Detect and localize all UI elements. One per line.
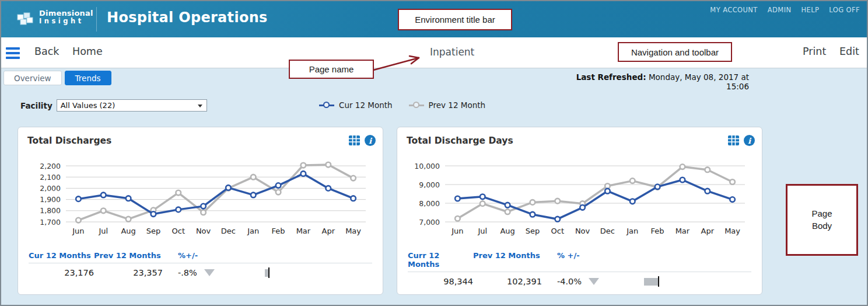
logo-cubes-icon [16, 8, 35, 26]
tab-trends[interactable]: Trends [65, 71, 111, 85]
facility-select[interactable]: All Values (22) [57, 99, 207, 112]
svg-text:Mar: Mar [676, 227, 690, 235]
trend-down-icon [589, 278, 599, 285]
annotation-navigation-toolbar: Navigation and toolbar [618, 42, 732, 62]
account-links: MY ACCOUNT ADMIN HELP LOG OFF [710, 6, 860, 14]
last-refreshed-label: Last Refreshed: [576, 72, 646, 82]
legend-item-cur[interactable]: Cur 12 Month [319, 100, 393, 110]
dimensional-insight-logo: Dimensional Insight [16, 8, 93, 26]
app-title: Hospital Operations [107, 9, 268, 26]
summary-cur-value: 23,176 [29, 268, 94, 277]
legend-item-prev[interactable]: Prev 12 Month [409, 100, 486, 110]
svg-text:Feb: Feb [272, 227, 285, 235]
summary-header-prev: Prev 12 Months [473, 251, 548, 269]
svg-text:7,000: 7,000 [419, 218, 440, 227]
svg-text:Dec: Dec [221, 227, 236, 235]
card-total-discharges: Total Discharges i 1,7001,8001,9002,0002… [18, 127, 383, 295]
table-icon[interactable] [728, 135, 739, 145]
chart-legend: Cur 12 Month Prev 12 Month [319, 100, 485, 110]
my-account-link[interactable]: MY ACCOUNT [710, 6, 757, 14]
svg-text:2,200: 2,200 [40, 162, 61, 171]
svg-text:Aug: Aug [500, 227, 514, 235]
facility-select-value: All Values (22) [61, 101, 116, 110]
admin-link[interactable]: ADMIN [768, 6, 792, 14]
summary-pct-value: -4.0% [548, 277, 582, 286]
card-title: Total Discharge Days [407, 135, 513, 146]
svg-text:May: May [724, 227, 740, 235]
summary-header-pct: %+/- [169, 251, 256, 260]
card-title: Total Discharges [27, 135, 111, 146]
summary-table: Cur 12 Months Prev 12 Months %+/- 23,176… [29, 251, 372, 279]
annotation-arrow [372, 50, 430, 72]
svg-text:Apr: Apr [322, 227, 335, 235]
trend-down-icon [204, 269, 215, 276]
summary-pct-value: -.8% [169, 268, 197, 277]
tab-overview[interactable]: Overview [4, 71, 62, 85]
info-icon[interactable]: i [744, 135, 755, 146]
annotation-environment-title-bar: Environment title bar [398, 9, 512, 30]
card-total-discharge-days: Total Discharge Days i 7,0008,0009,00010… [397, 127, 762, 295]
line-chart-total-discharges[interactable]: 1,7001,8001,9002,0002,1002,200JunJulAugS… [24, 157, 374, 238]
svg-text:Jan: Jan [247, 227, 259, 235]
page-tabs: Overview Trends [4, 71, 111, 85]
summary-prev-value: 102,391 [473, 277, 548, 286]
svg-text:Aug: Aug [121, 227, 135, 235]
menu-icon[interactable] [6, 47, 20, 61]
svg-text:May: May [345, 227, 361, 235]
pct-cursor-line [658, 276, 659, 287]
svg-text:Sep: Sep [526, 227, 540, 235]
annotation-page-body: Page Body [786, 184, 858, 256]
svg-text:1,700: 1,700 [40, 218, 61, 227]
legend-marker-prev-icon [409, 105, 424, 106]
logo-text-line1: Dimensional [39, 9, 93, 18]
svg-text:Jan: Jan [626, 227, 638, 235]
last-refreshed: Last Refreshed: Monday, May 08, 2017 at … [561, 72, 749, 91]
facility-filter-row: Facility All Values (22) [20, 99, 207, 112]
summary-header-prev: Prev 12 Months [94, 251, 169, 260]
svg-text:Jun: Jun [451, 227, 463, 235]
home-button[interactable]: Home [72, 46, 103, 57]
svg-text:Sep: Sep [146, 227, 161, 235]
logo-text-line2: Insight [39, 18, 93, 25]
edit-button[interactable]: Edit [839, 46, 859, 57]
summary-cur-value: 98,344 [408, 277, 473, 286]
table-icon[interactable] [349, 135, 360, 145]
svg-text:Oct: Oct [551, 227, 564, 235]
summary-header-pct: % +/- [548, 251, 635, 269]
back-button[interactable]: Back [34, 46, 60, 57]
svg-text:Mar: Mar [296, 227, 311, 235]
print-button[interactable]: Print [803, 46, 826, 57]
pct-mini-bar [644, 278, 658, 286]
svg-text:8,000: 8,000 [419, 199, 440, 208]
svg-text:Feb: Feb [651, 227, 664, 235]
svg-text:Jun: Jun [72, 227, 84, 235]
topbar-divider [96, 7, 97, 32]
pct-mini-gauge [265, 267, 270, 278]
svg-text:Apr: Apr [701, 227, 715, 235]
log-off-link[interactable]: LOG OFF [829, 6, 860, 14]
last-refreshed-value: Monday, May 08, 2017 at 15:06 [646, 72, 749, 91]
legend-marker-cur-icon [319, 105, 334, 106]
pct-mini-gauge [644, 276, 659, 287]
svg-text:1,800: 1,800 [40, 206, 61, 215]
svg-text:Nov: Nov [196, 227, 211, 235]
summary-table: Curr 12 Months Prev 12 Months % +/- 98,3… [408, 251, 751, 287]
legend-label-cur: Cur 12 Month [339, 100, 393, 110]
legend-label-prev: Prev 12 Month [429, 100, 486, 110]
svg-text:10,000: 10,000 [414, 162, 440, 171]
svg-text:Jul: Jul [477, 227, 487, 235]
annotation-page-name: Page name [289, 60, 374, 79]
pct-cursor-line [268, 267, 270, 278]
svg-text:Dec: Dec [600, 227, 615, 235]
page-title: Inpatient [430, 46, 474, 58]
svg-text:Nov: Nov [575, 227, 590, 235]
info-icon[interactable]: i [365, 135, 376, 146]
help-link[interactable]: HELP [801, 6, 819, 14]
svg-text:9,000: 9,000 [419, 180, 440, 189]
svg-text:2,000: 2,000 [40, 184, 61, 193]
navigation-toolbar: Back Home Inpatient Print Edit [1, 37, 867, 68]
summary-header-cur: Cur 12 Months [29, 251, 94, 260]
dropdown-caret-icon [198, 105, 202, 107]
line-chart-total-discharge-days[interactable]: 7,0008,0009,00010,000JunJulAugSepOctNovD… [403, 157, 753, 238]
summary-header-cur: Curr 12 Months [408, 251, 473, 269]
